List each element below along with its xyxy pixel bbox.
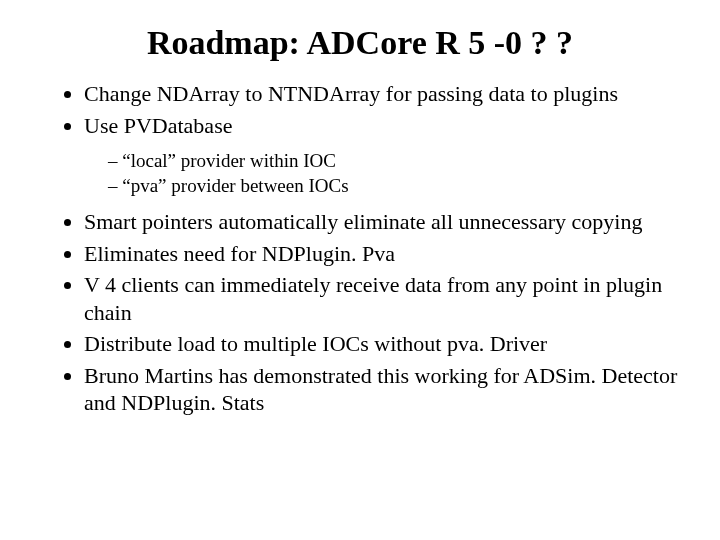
bullet-item: Change NDArray to NTNDArray for passing … [84,80,680,108]
bullet-item: Smart pointers automatically eliminate a… [84,208,680,236]
bullet-item: Bruno Martins has demonstrated this work… [84,362,680,417]
bullet-item: Eliminates need for NDPlugin. Pva [84,240,680,268]
sub-bullet-item: “pva” provider between IOCs [108,174,680,199]
bullet-list-1: Change NDArray to NTNDArray for passing … [40,80,680,139]
sub-bullet-item: “local” provider within IOC [108,149,680,174]
bullet-item: V 4 clients can immediately receive data… [84,271,680,326]
sub-bullet-list: “local” provider within IOC “pva” provid… [40,149,680,198]
slide-title: Roadmap: ADCore R 5 -0 ? ? [40,24,680,62]
bullet-item: Distribute load to multiple IOCs without… [84,330,680,358]
bullet-list-2: Smart pointers automatically eliminate a… [40,208,680,417]
bullet-item: Use PVDatabase [84,112,680,140]
slide: Roadmap: ADCore R 5 -0 ? ? Change NDArra… [0,0,720,540]
